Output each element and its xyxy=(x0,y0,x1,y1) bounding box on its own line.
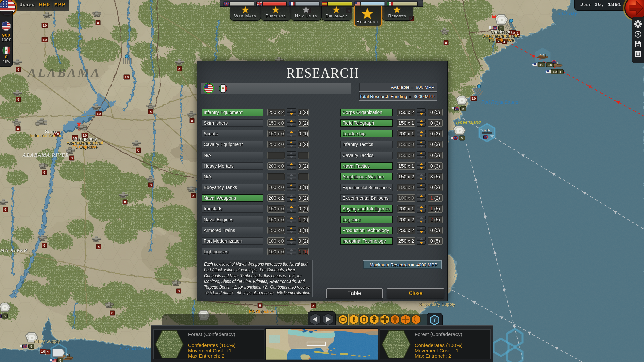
svg-text:5: 5 xyxy=(30,345,33,349)
svg-text:10: 10 xyxy=(471,97,476,101)
svg-text:FS Objective: FS Objective xyxy=(72,144,97,149)
svg-text:i: i xyxy=(434,317,436,323)
svg-text:10: 10 xyxy=(548,63,552,67)
svg-text:Port Royal Sound: Port Royal Sound xyxy=(481,99,519,105)
svg-text:Bulls Bay: Bulls Bay xyxy=(557,11,577,16)
svg-text:8: 8 xyxy=(191,119,193,123)
svg-text:5: 5 xyxy=(59,359,62,362)
svg-text:8: 8 xyxy=(17,127,19,131)
svg-text:8: 8 xyxy=(259,304,261,308)
svg-text:8: 8 xyxy=(17,68,20,72)
svg-text:8: 8 xyxy=(150,110,152,114)
svg-text:MA RIVER: MA RIVER xyxy=(0,247,28,253)
svg-text:10: 10 xyxy=(539,63,543,67)
svg-text:FS Objective: FS Objective xyxy=(249,309,274,314)
svg-text:8: 8 xyxy=(312,304,315,308)
svg-text:8: 8 xyxy=(71,156,73,160)
svg-text:10: 10 xyxy=(124,75,129,79)
svg-text:10: 10 xyxy=(42,38,47,42)
svg-text:10: 10 xyxy=(552,70,557,74)
svg-text:ndary Supply: ndary Supply xyxy=(34,339,60,344)
svg-text:8: 8 xyxy=(137,148,140,153)
svg-text:Tybee Island: Tybee Island xyxy=(455,120,481,125)
svg-text:8: 8 xyxy=(43,244,46,248)
svg-text:10: 10 xyxy=(96,112,101,116)
svg-text:1: 1 xyxy=(559,70,562,74)
svg-text:8: 8 xyxy=(98,245,100,249)
svg-text:St Andrew's Inlet: St Andrew's Inlet xyxy=(119,346,155,351)
svg-text:8: 8 xyxy=(445,41,447,45)
svg-text:5: 5 xyxy=(461,136,463,140)
svg-text:ALABAMA: ALABAMA xyxy=(27,66,101,80)
svg-text:Secondary Supply: Secondary Supply xyxy=(419,302,455,307)
svg-text:ALABAMA RIVER: ALABAMA RIVER xyxy=(22,152,69,158)
svg-text:8: 8 xyxy=(150,183,152,187)
svg-text:10: 10 xyxy=(41,350,45,354)
svg-text:10: 10 xyxy=(42,24,47,28)
svg-text:5: 5 xyxy=(462,107,465,111)
svg-text:FS Objective: FS Objective xyxy=(489,37,514,42)
svg-text:5: 5 xyxy=(4,314,6,318)
svg-text:8: 8 xyxy=(17,98,20,102)
svg-text:8: 8 xyxy=(111,311,114,315)
svg-text:Industrial Center: Industrial Center xyxy=(30,133,62,138)
svg-text:8: 8 xyxy=(178,289,180,293)
svg-text:8: 8 xyxy=(124,200,126,204)
svg-text:8: 8 xyxy=(97,21,99,25)
svg-text:?: ? xyxy=(637,32,639,37)
svg-text:8: 8 xyxy=(192,194,195,198)
svg-text:8: 8 xyxy=(43,171,46,175)
svg-text:8: 8 xyxy=(178,67,181,71)
svg-text:1: 1 xyxy=(47,350,49,354)
svg-text:8: 8 xyxy=(4,208,7,212)
